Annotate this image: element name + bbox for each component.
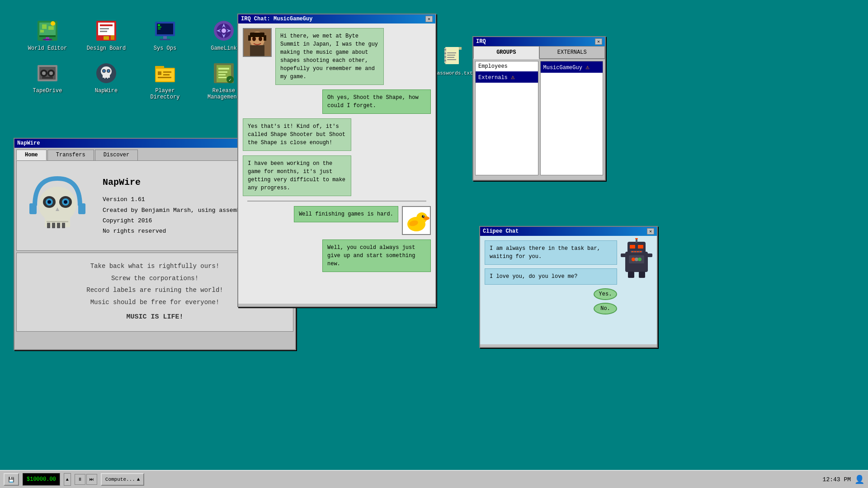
irq-chat-titlebar[interactable]: IRQ Chat: MusicGameGuy ✕ [238,14,435,23]
svg-rect-18 [158,24,160,26]
clipee-chat-title: Clipee Chat [483,228,519,235]
clipee-yes-button[interactable]: Yes. [594,288,617,300]
svg-rect-46 [158,71,161,75]
napwire-label: NapWire [95,88,118,94]
chat-message-4: I have been working on the game for mont… [243,155,431,196]
svg-rect-48 [163,74,170,75]
design-board-label: Design Board [87,45,126,52]
svg-rect-63 [447,57,454,58]
design-board-icon[interactable]: Design Board [86,18,127,52]
svg-rect-84 [47,221,68,222]
svg-point-68 [444,56,446,58]
taskbar-right-area: 12:43 PM 👤 [823,474,864,484]
svg-point-66 [444,49,446,51]
chat-message-6: Well, you could always just give up and … [243,239,431,272]
chat-message-3: Yes that's it! Kind of, it's called Shap… [243,118,431,151]
irq-groups-list: Employees Externals ⚠ [475,61,538,175]
irq-chat-close-btn[interactable]: ✕ [425,16,433,22]
clipee-chat-window: Clipee Chat ✕ I am always there in the t… [479,226,658,348]
svg-rect-38 [108,78,110,80]
sys-ops-icon[interactable]: Sys Ops [145,18,185,52]
svg-point-83 [64,200,67,204]
taskbar-compute-btn[interactable]: Compute... ▲ [101,473,145,486]
world-editor-icon[interactable]: World Editor [27,18,68,52]
svg-rect-54 [218,74,226,75]
svg-rect-60 [459,47,462,50]
svg-rect-106 [634,251,636,252]
svg-rect-105 [632,251,633,252]
svg-point-110 [632,258,635,261]
svg-rect-107 [637,251,639,252]
tapedrive-icon[interactable]: TapeDrive [27,61,68,100]
svg-rect-15 [104,36,109,40]
irq-panel-titlebar[interactable]: IRQ ✕ [473,37,605,46]
clipee-no-button[interactable]: No. [594,303,617,314]
taskbar-time: 12:43 PM [823,476,851,483]
napwire-tab-discover[interactable]: Discover [95,150,138,160]
napwire-rights: No rights reserved [103,226,251,236]
svg-rect-14 [111,35,114,40]
irq-chat-messages[interactable]: Hi there, we met at Byte Summit in Japan… [238,23,435,304]
clipee-bubble-1: I am always there in the task bar, waiti… [485,240,617,265]
svg-rect-20 [158,28,160,29]
chat-bubble-2: Oh yes, Shoot the Shape, how could I for… [322,89,431,114]
svg-rect-70 [29,203,37,214]
svg-point-118 [635,238,638,239]
player-directory-icon[interactable]: Player Directory [145,61,185,100]
svg-rect-77 [62,223,65,228]
taskbar-compute-label: Compute... [105,477,135,482]
irq-group-tabs: GROUPS EXTERNALS [473,46,605,59]
svg-rect-32 [42,77,53,79]
svg-rect-92 [264,35,266,41]
irq-chat-title: IRQ Chat: MusicGameGuy [241,16,312,22]
napwire-info-panel: NapWire Version 1.61 Created by Benjamin… [103,174,251,237]
irq-group-externals-item[interactable]: Externals ⚠ [476,71,538,83]
taskbar-pause-btn[interactable]: ⏸ [75,474,85,485]
clipee-messages: I am always there in the task bar, waiti… [485,240,617,340]
chat-message-5: Well finishing games is hard. [243,206,431,235]
svg-point-112 [638,258,642,261]
irq-tab-externals[interactable]: EXTERNALS [539,46,605,59]
svg-point-111 [635,258,638,261]
napwire-created-by: Created by Benjamin Marsh, using assembl… [103,205,251,216]
svg-point-42 [108,70,109,72]
svg-rect-3 [42,24,47,29]
desktop-icon-row-1: World Editor Design Board [27,18,244,52]
napwire-tab-transfers[interactable]: Transfers [47,150,94,160]
svg-point-88 [252,37,256,41]
irq-group-employees[interactable]: Employees [476,61,538,71]
svg-rect-114 [639,272,645,278]
svg-rect-102 [630,245,635,249]
svg-rect-61 [447,52,456,53]
napwire-skull-image [21,169,94,242]
svg-text:✓: ✓ [229,78,231,83]
desktop-icon-row-2: TapeDrive NapWire [27,61,244,100]
chat-message-1: Hi there, we met at Byte Summit in Japan… [243,28,431,85]
passwords-file-label: Passwords.txt [434,70,473,76]
napwire-tab-home[interactable]: Home [16,150,47,160]
irq-tab-groups[interactable]: GROUPS [473,46,539,59]
napwire-motd-music: MUSIC IS LIFE! [24,311,286,324]
taskbar-drive-btn[interactable]: 💾 [4,473,19,486]
svg-rect-75 [52,223,55,228]
svg-rect-62 [447,55,455,56]
clipee-chat-titlebar[interactable]: Clipee Chat ✕ [480,227,657,236]
taskbar-skip-btn[interactable]: ⏭ [86,474,97,485]
irq-panel: IRQ ✕ GROUPS EXTERNALS Employees Externa… [472,36,606,181]
svg-rect-8 [43,39,52,40]
sys-ops-label: Sys Ops [154,45,176,52]
svg-point-67 [444,52,446,54]
passwords-file[interactable]: Passwords.txt [434,45,473,76]
napwire-desktop-icon[interactable]: NapWire [86,61,127,100]
irq-panel-close-btn[interactable]: ✕ [595,38,602,45]
irq-externals-list: MusicGameGuy ⚠ [540,61,604,175]
svg-rect-49 [158,77,171,78]
chat-bubble-6: Well, you could always just give up and … [322,239,431,272]
clipee-chat-close-btn[interactable]: ✕ [647,228,654,235]
napwire-title: NapWire [17,140,40,146]
taskbar-money-arrow[interactable]: ▲ [64,473,71,486]
svg-point-41 [103,70,105,72]
svg-rect-21 [163,36,167,39]
irq-external-musicgameguy[interactable]: MusicGameGuy ⚠ [541,61,603,73]
svg-rect-115 [621,253,626,257]
